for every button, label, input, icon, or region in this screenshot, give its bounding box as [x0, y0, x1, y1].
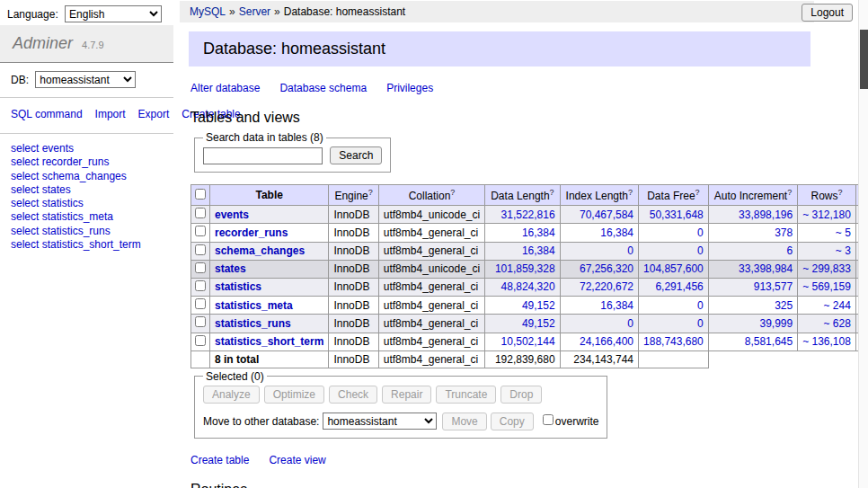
- language-select[interactable]: English: [65, 5, 162, 22]
- rows-cell-link[interactable]: ~ 312,180: [802, 209, 851, 221]
- rows-cell-link[interactable]: ~ 3: [836, 244, 851, 257]
- help-marker[interactable]: ?: [695, 188, 700, 197]
- index-length-cell-link[interactable]: 24,166,400: [580, 335, 633, 348]
- data-free-cell-link[interactable]: 0: [697, 244, 704, 257]
- column-header-index-length[interactable]: Index Length?: [560, 185, 638, 206]
- table-name-link[interactable]: recorder_runs: [215, 226, 288, 239]
- data-free-cell-link[interactable]: 188,743,680: [643, 335, 704, 348]
- move-db-select[interactable]: homeassistant: [323, 413, 437, 430]
- help-marker[interactable]: ?: [550, 188, 554, 197]
- breadcrumb-server-link[interactable]: Server: [239, 5, 270, 18]
- rows-cell-link[interactable]: ~ 136,108: [802, 335, 851, 348]
- truncate-button[interactable]: Truncate: [436, 386, 496, 404]
- copy-button[interactable]: Copy: [491, 413, 534, 430]
- rows-cell-link[interactable]: ~ 5: [836, 226, 851, 239]
- column-header-data-length[interactable]: Data Length?: [485, 185, 560, 206]
- scrollbar[interactable]: [858, 0, 868, 488]
- auto-increment-cell-link[interactable]: 913,577: [754, 280, 793, 293]
- help-marker[interactable]: ?: [628, 188, 633, 197]
- scrollbar-thumb[interactable]: [860, 30, 868, 89]
- rows-cell-link[interactable]: ~ 628: [824, 317, 851, 330]
- create-view-link[interactable]: Create view: [269, 454, 325, 466]
- auto-increment-cell-link[interactable]: 33,898,196: [739, 209, 793, 221]
- analyze-button[interactable]: Analyze: [203, 386, 260, 404]
- data-free-cell-link[interactable]: 0: [697, 299, 704, 312]
- data-length-cell-link[interactable]: 49,152: [522, 317, 555, 330]
- table-name-link[interactable]: states: [215, 262, 246, 275]
- alter-database-link[interactable]: Alter database: [190, 82, 260, 94]
- breadcrumb-mysql-link[interactable]: MySQL: [190, 5, 226, 18]
- data-free-cell-link[interactable]: 0: [697, 317, 704, 330]
- move-button[interactable]: Move: [442, 413, 486, 430]
- data-free-cell-link[interactable]: 104,857,600: [643, 262, 704, 275]
- sidebar-table-link[interactable]: select recorder_runs: [11, 155, 163, 169]
- index-length-cell-link[interactable]: 16,384: [600, 299, 633, 312]
- table-name-link[interactable]: schema_changes: [215, 244, 305, 257]
- privileges-link[interactable]: Privileges: [386, 82, 433, 94]
- check-button[interactable]: Check: [329, 386, 377, 404]
- db-select[interactable]: homeassistant: [35, 71, 136, 88]
- index-length-cell-link[interactable]: 0: [627, 244, 633, 257]
- index-length-cell-link[interactable]: 72,220,672: [580, 280, 633, 293]
- index-length-cell-link[interactable]: 0: [627, 317, 633, 330]
- row-checkbox[interactable]: [195, 335, 206, 346]
- data-length-cell-link[interactable]: 31,522,816: [501, 209, 555, 221]
- repair-button[interactable]: Repair: [382, 386, 431, 404]
- column-header-rows[interactable]: Rows?: [798, 185, 856, 206]
- data-length-cell-link[interactable]: 49,152: [522, 299, 555, 312]
- row-checkbox[interactable]: [195, 244, 206, 255]
- sidebar-table-link[interactable]: select statistics_meta: [11, 210, 163, 224]
- rows-cell-link[interactable]: ~ 244: [824, 299, 851, 312]
- sidebar-export-link[interactable]: Export: [138, 108, 170, 120]
- row-checkbox[interactable]: [195, 316, 206, 327]
- data-length-cell-link[interactable]: 10,502,144: [501, 335, 555, 348]
- sidebar-import-link[interactable]: Import: [95, 108, 126, 120]
- help-marker[interactable]: ?: [787, 188, 792, 197]
- auto-increment-cell-link[interactable]: 33,398,984: [739, 262, 793, 275]
- table-name-link[interactable]: statistics: [215, 280, 261, 293]
- logout-button[interactable]: Logout: [802, 4, 853, 22]
- data-length-cell-link[interactable]: 101,859,328: [495, 262, 555, 275]
- column-header-auto-increment[interactable]: Auto Increment?: [708, 185, 797, 206]
- data-free-cell-link[interactable]: 6,291,456: [655, 280, 703, 293]
- sidebar-table-link[interactable]: select events: [11, 142, 163, 155]
- auto-increment-cell-link[interactable]: 8,581,645: [745, 335, 793, 348]
- table-name-link[interactable]: statistics_meta: [215, 299, 293, 312]
- row-checkbox[interactable]: [195, 280, 206, 291]
- table-name-link[interactable]: statistics_runs: [215, 317, 291, 330]
- table-name-link[interactable]: statistics_short_term: [215, 335, 323, 348]
- rows-cell-link[interactable]: ~ 299,833: [802, 262, 851, 275]
- optimize-button[interactable]: Optimize: [264, 386, 324, 404]
- auto-increment-cell-link[interactable]: 39,999: [759, 317, 793, 330]
- data-length-cell-link[interactable]: 16,384: [522, 244, 555, 257]
- search-input[interactable]: [203, 147, 323, 164]
- data-length-cell-link[interactable]: 48,824,320: [501, 280, 555, 293]
- row-checkbox[interactable]: [195, 226, 206, 236]
- data-free-cell-link[interactable]: 0: [697, 226, 704, 239]
- create-table-link[interactable]: Create table: [190, 454, 249, 466]
- auto-increment-cell-link[interactable]: 325: [775, 299, 793, 312]
- index-length-cell-link[interactable]: 70,467,584: [580, 209, 633, 221]
- help-marker[interactable]: ?: [838, 188, 843, 197]
- search-button[interactable]: Search: [330, 146, 382, 164]
- column-header-collation[interactable]: Collation?: [378, 185, 484, 206]
- data-length-cell-link[interactable]: 16,384: [522, 226, 555, 239]
- database-schema-link[interactable]: Database schema: [279, 82, 367, 94]
- row-checkbox[interactable]: [195, 262, 206, 273]
- overwrite-checkbox[interactable]: [543, 414, 554, 425]
- auto-increment-cell-link[interactable]: 378: [775, 226, 793, 239]
- drop-button[interactable]: Drop: [500, 386, 542, 404]
- sidebar-table-link[interactable]: select statistics: [11, 197, 163, 210]
- rows-cell-link[interactable]: ~ 569,159: [802, 280, 851, 293]
- select-all-checkbox[interactable]: [195, 189, 206, 200]
- column-header-engine[interactable]: Engine?: [329, 185, 378, 206]
- sidebar-table-link[interactable]: select statistics_short_term: [11, 238, 163, 252]
- sidebar-table-link[interactable]: select states: [11, 183, 163, 197]
- index-length-cell-link[interactable]: 67,256,320: [580, 262, 633, 275]
- column-header-data-free[interactable]: Data Free?: [639, 185, 709, 206]
- auto-increment-cell-link[interactable]: 6: [786, 244, 793, 257]
- sidebar-sql-command-link[interactable]: SQL command: [11, 108, 83, 120]
- index-length-cell-link[interactable]: 16,384: [600, 226, 633, 239]
- help-marker[interactable]: ?: [450, 188, 455, 197]
- adminer-logo-link[interactable]: Adminer: [13, 34, 73, 52]
